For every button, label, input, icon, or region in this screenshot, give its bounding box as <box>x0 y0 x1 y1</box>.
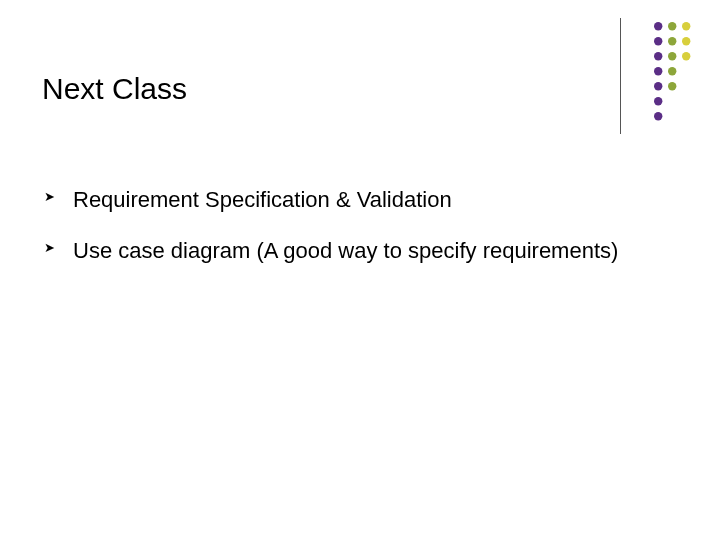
svg-point-10 <box>668 67 676 75</box>
list-item: ➤ Use case diagram (A good way to specif… <box>44 233 624 268</box>
chevron-right-icon: ➤ <box>44 233 55 263</box>
slide: Next Class ➤ Requirement Specification &… <box>0 0 720 540</box>
svg-point-4 <box>654 82 662 90</box>
bullet-text: Requirement Specification & Validation <box>73 182 452 217</box>
svg-point-11 <box>668 82 676 90</box>
vertical-divider <box>620 18 621 134</box>
svg-point-3 <box>654 67 662 75</box>
svg-point-12 <box>682 22 690 30</box>
corner-ornament <box>652 20 692 122</box>
slide-title: Next Class <box>42 72 187 106</box>
svg-point-13 <box>682 37 690 45</box>
svg-point-8 <box>668 37 676 45</box>
svg-point-1 <box>654 37 662 45</box>
chevron-right-icon: ➤ <box>44 182 55 212</box>
bullet-text: Use case diagram (A good way to specify … <box>73 233 618 268</box>
dots-icon <box>652 20 692 122</box>
svg-point-2 <box>654 52 662 60</box>
svg-point-14 <box>682 52 690 60</box>
svg-point-9 <box>668 52 676 60</box>
list-item: ➤ Requirement Specification & Validation <box>44 182 624 217</box>
bullet-list: ➤ Requirement Specification & Validation… <box>44 182 624 284</box>
svg-point-0 <box>654 22 662 30</box>
svg-point-5 <box>654 97 662 105</box>
svg-point-7 <box>668 22 676 30</box>
svg-point-6 <box>654 112 662 120</box>
